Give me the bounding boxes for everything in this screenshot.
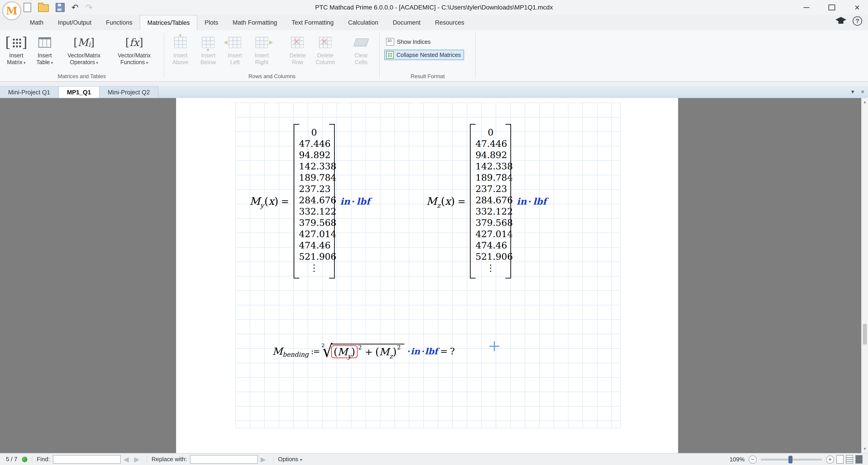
show-indices-icon: 10 [386,38,394,45]
tab-overflow-caret-icon[interactable]: ▾ [851,88,854,95]
maximize-button[interactable] [826,2,838,13]
find-previous-icon[interactable]: ◀ [123,456,129,463]
ribbon-tab-math-formatting[interactable]: Math Formatting [225,15,284,30]
delete-row-icon: × [291,37,304,48]
matrix-value[interactable]: 427.014 [299,228,329,240]
replace-go-icon[interactable]: ▶ [260,456,266,463]
matrix-value[interactable]: 0 [475,127,506,138]
matrix-value[interactable]: ⋮ [299,262,329,273]
document-tab-mp1-q1[interactable]: MP1_Q1 [59,86,100,98]
matrix-value[interactable]: 142.338 [299,161,329,172]
vertical-scrollbar[interactable]: ▲ ▼ [861,98,868,453]
matrix-value[interactable]: 189.784 [299,172,329,183]
matrix-region-my[interactable]: My(x)= 047.44694.892142.338189.784237.23… [250,123,370,279]
ribbon-tab-input-output[interactable]: Input/Output [51,15,99,30]
ribbon-tab-matrices-tables[interactable]: Matrices/Tables [140,15,197,30]
find-input[interactable] [53,455,121,464]
status-bar: 5 / 7 Find: ◀ ▶ Replace with: ▶ Options▾… [0,453,868,465]
insert-matrix-button[interactable]: [ ] Insert Matrix▾ [3,33,29,66]
zoom-in-button[interactable]: + [826,456,834,464]
button-label: Show Indices [397,39,431,45]
matrix-value[interactable]: 237.23 [299,183,329,194]
assign-operator: := [311,347,319,356]
zoom-out-button[interactable]: − [749,456,757,464]
view-draft-icon[interactable] [846,455,853,464]
scrollbar-thumb[interactable] [863,324,867,345]
window-title: PTC Mathcad Prime 6.0.0.0 - [ACADEMIC] -… [315,0,553,15]
redo-icon: ↷ [86,3,93,12]
matrix-value[interactable]: 427.014 [475,228,506,240]
matrix-value[interactable]: ⋮ [475,262,506,273]
selected-term-highlight[interactable]: (My) [331,345,358,358]
new-document-icon[interactable] [24,3,31,12]
matrix-region-mz[interactable]: Mz(x)= 047.44694.892142.338189.784237.23… [426,123,547,279]
worksheet-canvas[interactable]: My(x)= 047.44694.892142.338189.784237.23… [0,98,861,453]
matrix-value[interactable]: 332.122 [475,206,506,217]
separator [32,456,32,463]
matrix-value[interactable]: 521.906 [299,251,329,262]
matrix-value[interactable]: 474.46 [299,240,329,251]
ribbon-tab-text-formatting[interactable]: Text Formatting [284,15,341,30]
matrix-value[interactable]: 379.568 [299,217,329,228]
matrix-value[interactable]: 521.906 [475,251,506,262]
matrix-value[interactable]: 47.446 [475,138,506,149]
open-file-icon[interactable] [38,4,49,12]
scroll-down-icon[interactable]: ▼ [862,447,868,451]
matrix-value[interactable]: 47.446 [299,138,329,149]
zoom-slider-thumb[interactable] [788,456,793,463]
matrix-value[interactable]: 474.46 [475,240,506,251]
matrix-value[interactable]: 284.676 [475,194,506,206]
ribbon-tab-math[interactable]: Math [23,15,51,30]
matrix-value[interactable]: 284.676 [299,194,329,206]
matrix-value[interactable]: 94.892 [299,149,329,161]
collapse-nested-matrices-button[interactable]: Collapse Nested Matrices [384,50,464,60]
ribbon-tab-plots[interactable]: Plots [197,15,225,30]
insert-table-button[interactable]: Insert Table▾ [32,33,58,66]
vector-matrix-functions-button[interactable]: [fx] Vector/Matrix Functions▾ [110,33,158,66]
insert-below-button: ▼ Insert Below [195,33,221,66]
show-indices-button[interactable]: 10 Show Indices [384,37,434,47]
insert-above-button: ▲ Insert Above [168,33,193,66]
document-tab-mini-project-q2[interactable]: Mini-Project Q2 [100,86,158,98]
matrix-value[interactable]: 94.892 [475,149,506,161]
matrix-value[interactable]: 237.23 [475,183,506,194]
ribbon-tab-document[interactable]: Document [385,15,428,30]
view-grid-icon[interactable] [855,455,863,464]
ribbon-tab-functions[interactable]: Functions [99,15,140,30]
find-next-icon[interactable]: ▶ [134,456,139,463]
matrix-value[interactable]: 142.338 [475,161,506,172]
close-button[interactable]: × [851,2,864,13]
undo-icon[interactable]: ↶ [71,3,79,12]
button-label: Insert Matrix [7,52,23,65]
help-icon[interactable]: ? [852,16,862,26]
matrix-value[interactable]: 189.784 [475,172,506,183]
learning-center-icon[interactable] [835,16,847,26]
minimize-button[interactable] [800,2,813,13]
vector-matrix-operators-button[interactable]: [Mi] Vector/Matrix Operators▾ [60,33,108,66]
close-document-icon[interactable]: × [861,88,864,95]
matrix-brackets: 047.44694.892142.338189.784237.23284.676… [293,124,335,278]
document-tab-bar: Mini-Project Q1MP1_Q1Mini-Project Q2 ▾ × [0,86,868,98]
zoom-level: 109% [730,456,745,463]
matrix-value[interactable]: 332.122 [299,206,329,217]
delete-column-icon: × [319,37,332,48]
matrix-values-column: 047.44694.892142.338189.784237.23284.676… [299,127,329,273]
equation-region-mbending[interactable]: Mbending := 2 √ (My)2 + (Mz)2 ·in·lbf = … [272,343,455,359]
clear-cells-icon [353,38,369,46]
replace-input[interactable] [190,455,258,464]
delete-row-button: × Delete Row [285,33,310,66]
ribbon-tab-resources[interactable]: Resources [428,15,471,30]
zoom-slider[interactable] [761,459,822,461]
result-placeholder[interactable]: ? [450,346,455,356]
save-icon[interactable] [56,3,65,12]
worksheet-page[interactable]: My(x)= 047.44694.892142.338189.784237.23… [176,98,678,453]
options-button[interactable]: Options▾ [278,456,302,463]
mathcad-logo-icon[interactable]: M [2,1,21,20]
scroll-up-icon[interactable]: ▲ [862,100,868,104]
insert-above-icon: ▲ [174,37,187,48]
view-page-icon[interactable] [836,455,844,464]
matrix-value[interactable]: 0 [299,127,329,138]
ribbon-tab-calculation[interactable]: Calculation [341,15,385,30]
matrix-value[interactable]: 379.568 [475,217,506,228]
document-tab-mini-project-q1[interactable]: Mini-Project Q1 [0,86,59,98]
